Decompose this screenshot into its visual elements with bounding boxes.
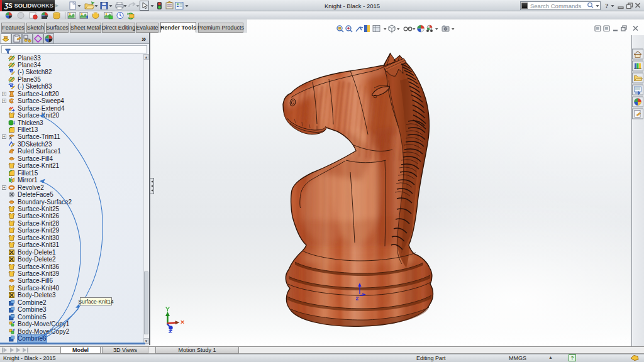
svg-text:?: ? <box>605 2 609 9</box>
